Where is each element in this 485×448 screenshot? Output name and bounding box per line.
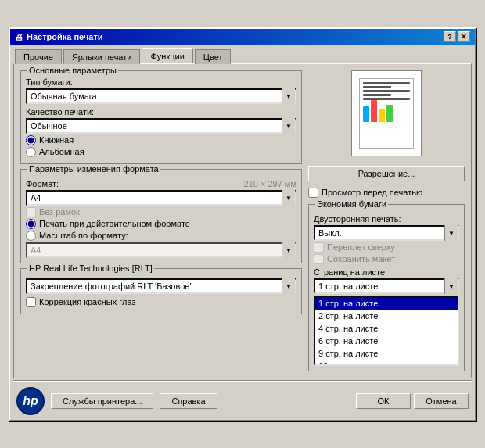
preview-line-5 (363, 98, 410, 100)
tab-other[interactable]: Прочие (15, 49, 62, 64)
close-title-btn[interactable]: ✕ (458, 31, 470, 42)
save-layout-row: Сохранить макет (314, 254, 459, 264)
pages-select-wrapper: 1 стр. на листе (314, 278, 459, 294)
no-borders-row: Без рамок (26, 207, 296, 217)
tab-color[interactable]: Цвет (195, 49, 232, 64)
scale-format-row: Масштаб по формату: (26, 231, 296, 241)
pages-list-item-1[interactable]: 1 стр. на листе (315, 297, 458, 310)
duplex-label: Двусторонняя печать: (314, 214, 459, 224)
basic-params-group: Основные параметры Тип бумаги: Обычная б… (20, 70, 302, 164)
bottom-left: hp Службы принтера... Справка (16, 387, 217, 415)
rlt-label: HP Real Life Technologies [RLT] (27, 263, 154, 273)
pages-list: 1 стр. на листе 2 стр. на листе 4 стр. н… (314, 296, 459, 366)
print-actual-label[interactable]: Печать при действительном формате (39, 219, 190, 228)
paper-type-label: Тип бумаги: (26, 77, 296, 87)
rlt-select-wrapper-inner: Закрепление фотографий RLT 'Базовое' (26, 278, 296, 294)
no-borders-label: Без рамок (39, 207, 80, 217)
help-title-btn[interactable]: ? (444, 31, 456, 42)
window-title: Настройка печати (27, 32, 103, 41)
preview-lines (360, 79, 413, 100)
rlt-select[interactable]: Закрепление фотографий RLT 'Базовое' (26, 278, 296, 294)
tab-functions[interactable]: Функции (142, 48, 192, 63)
format-select-wrapper: А4 (26, 190, 296, 206)
print-quality-select[interactable]: Обычное (26, 118, 296, 134)
ok-button[interactable]: ОК (356, 393, 411, 409)
pages-per-sheet-label: Страниц на листе (314, 267, 459, 277)
preview-box (351, 70, 422, 156)
save-layout-checkbox[interactable] (314, 254, 324, 264)
right-column: Разрешение... Просмотр перед печатью Эко… (308, 70, 465, 371)
pages-select[interactable]: 1 стр. на листе (314, 278, 459, 294)
tabs-bar: Прочие Ярлыки печати Функции Цвет (10, 45, 475, 63)
scale-select-wrapper: А4 (26, 242, 296, 258)
cancel-button[interactable]: Отмена (414, 393, 469, 409)
no-borders-checkbox[interactable] (26, 207, 36, 217)
format-size: 210 × 297 мм (244, 179, 296, 188)
economy-label: Экономия бумаги (315, 199, 388, 209)
orientation-album-row: Альбомная (26, 147, 296, 157)
preview-label[interactable]: Просмотр перед печатью (322, 188, 422, 197)
bottom-bar: hp Службы принтера... Справка ОК Отмена (10, 382, 475, 420)
preview-bar-2 (371, 100, 377, 122)
print-quality-wrapper: Обычное (26, 118, 296, 134)
paper-type-select[interactable]: Обычная бумага (26, 88, 296, 104)
tab-shortcuts[interactable]: Ярлыки печати (63, 49, 141, 64)
bottom-divider (13, 380, 472, 381)
print-quality-label: Качество печати: (26, 107, 296, 116)
orientation-album-radio[interactable] (26, 147, 36, 157)
pages-list-item-5[interactable]: 9 стр. на листе (315, 347, 458, 360)
main-window: 🖨 Настройка печати ? ✕ Прочие Ярлыки печ… (9, 27, 476, 421)
preview-bar-4 (386, 105, 393, 122)
resolution-button[interactable]: Разрешение... (308, 166, 465, 181)
title-bar-icon: 🖨 (15, 32, 23, 41)
orientation-book-label[interactable]: Книжная (39, 135, 74, 145)
bind-top-checkbox[interactable] (314, 242, 324, 253)
format-label: Формат: (26, 179, 59, 188)
orientation-book-row: Книжная (26, 135, 296, 145)
orientation-album-label[interactable]: Альбомная (39, 147, 84, 156)
preview-line-3 (363, 90, 410, 92)
bottom-right-buttons: ОК Отмена (356, 393, 469, 409)
preview-bar-1 (363, 106, 369, 122)
basic-params-label: Основные параметры (27, 66, 118, 75)
preview-line-1 (363, 82, 410, 84)
preview-chart (360, 102, 413, 125)
preview-bar-3 (379, 109, 385, 122)
pages-list-item-4[interactable]: 6 стр. на листе (315, 335, 458, 347)
left-column: Основные параметры Тип бумаги: Обычная б… (20, 70, 302, 371)
preview-checkbox[interactable] (308, 188, 318, 198)
content-area: Основные параметры Тип бумаги: Обычная б… (13, 63, 472, 378)
format-select[interactable]: А4 (26, 190, 296, 206)
scale-select[interactable]: А4 (26, 242, 296, 258)
format-params-group: Параметры изменения формата Формат: 210 … (20, 169, 302, 263)
red-eye-row: Коррекция красных глаз (26, 297, 296, 307)
red-eye-label[interactable]: Коррекция красных глаз (39, 297, 135, 306)
pages-list-item-3[interactable]: 4 стр. на листе (315, 322, 458, 335)
duplex-select-wrapper: Выкл. (314, 225, 459, 241)
preview-line-4 (363, 94, 391, 96)
help-button[interactable]: Справка (160, 393, 217, 409)
preview-checkbox-row: Просмотр перед печатью (308, 188, 465, 198)
printer-services-button[interactable]: Службы принтера... (51, 393, 153, 409)
preview-page (359, 78, 414, 149)
title-buttons: ? ✕ (444, 31, 470, 42)
format-header: Формат: 210 × 297 мм (26, 173, 296, 190)
format-params-label: Параметры изменения формата (27, 164, 160, 174)
scale-format-radio[interactable] (26, 231, 36, 241)
economy-group: Экономия бумаги Двусторонняя печать: Вык… (308, 204, 465, 371)
orientation-book-radio[interactable] (26, 135, 36, 145)
rlt-select-wrapper: Закрепление фотографий RLT 'Базовое' (26, 278, 296, 294)
bind-top-label: Переплет сверху (327, 242, 395, 252)
print-actual-radio[interactable] (26, 219, 36, 229)
pages-list-item-6[interactable]: 16 стр. на листе (315, 360, 458, 366)
bind-top-row: Переплет сверху (314, 242, 459, 253)
title-bar: 🖨 Настройка печати ? ✕ (10, 29, 475, 45)
pages-list-item-2[interactable]: 2 стр. на листе (315, 310, 458, 322)
preview-line-2 (363, 86, 391, 88)
hp-logo: hp (16, 387, 45, 415)
red-eye-checkbox[interactable] (26, 297, 36, 307)
rlt-group: HP Real Life Technologies [RLT] Закрепле… (20, 268, 302, 314)
scale-label[interactable]: Масштаб по формату: (39, 231, 128, 240)
title-bar-left: 🖨 Настройка печати (15, 32, 103, 41)
duplex-select[interactable]: Выкл. (314, 225, 459, 241)
